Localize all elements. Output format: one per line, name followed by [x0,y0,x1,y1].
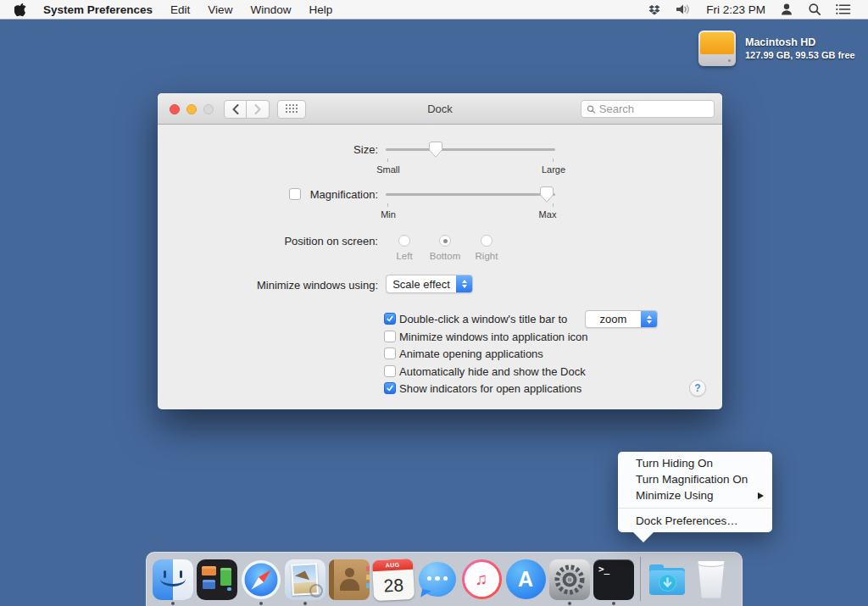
dock-preferences-window: Dock Size: Small Large Magnification: Mi… [158,93,722,409]
dock-item-mission-control[interactable] [195,553,239,606]
minimize-into-icon-checkbox[interactable] [384,331,396,342]
menu-separator [618,508,772,509]
size-min-label: Small [370,164,407,175]
dock-item-safari[interactable] [239,553,283,606]
volume-icon[interactable] [676,3,692,16]
popup-stepper-icon [641,311,657,327]
calendar-icon: AUG 28 [372,558,415,600]
dock-item-itunes[interactable]: ♫ [459,553,504,606]
title-bar[interactable]: Dock [158,93,722,125]
search-input[interactable] [599,103,709,115]
size-slider-thumb[interactable] [429,142,442,158]
auto-hide-checkbox[interactable] [384,365,396,377]
menu-view[interactable]: View [208,3,232,16]
hard-drive-icon[interactable] [698,31,736,66]
position-right-label: Right [463,251,510,261]
position-radio-right[interactable] [481,235,492,247]
magnification-min-label: Min [370,209,407,220]
desktop-drive-macintosh-hd[interactable]: Macintosh HD 127.99 GB, 99.53 GB free [698,31,855,66]
search-field-icon [587,104,596,114]
menubar-clock[interactable]: Fri 2:23 PM [706,3,765,16]
dock: AUG 28 ♫ A >_ [146,552,743,606]
position-radio-left[interactable] [398,235,410,247]
size-slider[interactable] [386,142,555,158]
doubleclick-titlebar-checkbox[interactable] [384,313,396,325]
apple-menu[interactable] [14,3,27,17]
doubleclick-titlebar-label: Double-click a window's title bar to [399,313,567,325]
downloads-folder-icon [647,559,687,600]
submenu-arrow-icon [758,492,764,499]
dock-item-mail[interactable] [283,553,327,606]
menu-bar: System Preferences Edit View Window Help… [0,0,868,19]
animate-opening-label: Animate opening applications [399,347,543,360]
dock-item-trash[interactable] [689,553,733,606]
dock-item-calendar[interactable]: AUG 28 [371,553,415,606]
show-indicators-label: Show indicators for open applications [399,382,581,395]
menu-item-minimize-using[interactable]: Minimize Using [618,487,772,503]
auto-hide-label: Automatically hide and show the Dock [399,365,586,378]
minimize-effect-popup[interactable]: Scale effect [386,275,473,293]
itunes-icon: ♫ [462,559,502,599]
magnification-label: Magnification: [259,188,378,201]
size-max-label: Large [535,164,572,175]
drive-title: Macintosh HD [745,36,855,48]
show-indicators-checkbox[interactable] [384,382,396,394]
dock-item-app-store[interactable]: A [504,553,548,606]
dock-item-contacts[interactable] [327,553,371,606]
dock-item-messages[interactable] [415,553,459,606]
search-icon[interactable] [808,3,821,16]
position-bottom-label: Bottom [421,251,469,261]
search-field[interactable] [581,100,715,118]
dock-item-finder[interactable] [151,553,195,606]
dock-item-system-preferences[interactable] [548,553,592,606]
menu-edit[interactable]: Edit [170,3,190,16]
magnification-max-label: Max [529,209,566,220]
dropbox-icon[interactable] [648,3,661,16]
animate-opening-checkbox[interactable] [384,347,396,359]
system-preferences-icon [549,559,590,600]
mission-control-icon [197,559,237,600]
position-radio-bottom[interactable] [439,235,451,247]
user-icon[interactable] [780,3,793,16]
titlebar-action-value: zoom [586,313,641,325]
messages-icon [417,559,458,600]
menu-window[interactable]: Window [250,3,291,16]
position-label: Position on screen: [209,235,378,247]
terminal-icon: >_ [593,559,634,600]
apple-logo-icon [14,3,27,17]
menu-pointer-tail [633,532,654,542]
dock-context-menu: Turn Hiding On Turn Magnification On Min… [618,452,772,532]
help-button[interactable]: ? [689,380,706,397]
minimize-effect-value: Scale effect [387,278,456,291]
app-store-icon: A [506,559,546,599]
menu-item-turn-hiding-on[interactable]: Turn Hiding On [618,455,772,471]
titlebar-action-popup[interactable]: zoom [585,310,658,328]
notification-center-icon[interactable] [836,3,851,15]
magnification-slider-thumb[interactable] [540,186,554,203]
finder-icon [153,559,193,600]
contacts-icon [329,559,370,600]
drive-subtitle: 127.99 GB, 99.53 GB free [745,50,855,60]
dock-item-terminal[interactable]: >_ [592,553,636,606]
minimize-into-icon-label: Minimize windows into application icon [399,331,588,343]
popup-stepper-icon [456,275,472,292]
menu-item-dock-preferences[interactable]: Dock Preferences… [618,513,772,529]
magnification-slider[interactable] [386,186,555,203]
trash-icon [696,561,726,598]
safari-icon [241,559,281,600]
minimize-effect-label: Minimize windows using: [192,279,378,292]
dock-item-downloads[interactable] [645,553,689,606]
menu-item-turn-magnification-on[interactable]: Turn Magnification On [618,471,772,487]
menubar-app-name[interactable]: System Preferences [43,3,153,16]
menu-help[interactable]: Help [309,3,332,16]
calendar-day: 28 [372,569,415,600]
size-label: Size: [276,143,378,156]
mail-icon [285,559,326,600]
dock-separator [640,557,641,601]
